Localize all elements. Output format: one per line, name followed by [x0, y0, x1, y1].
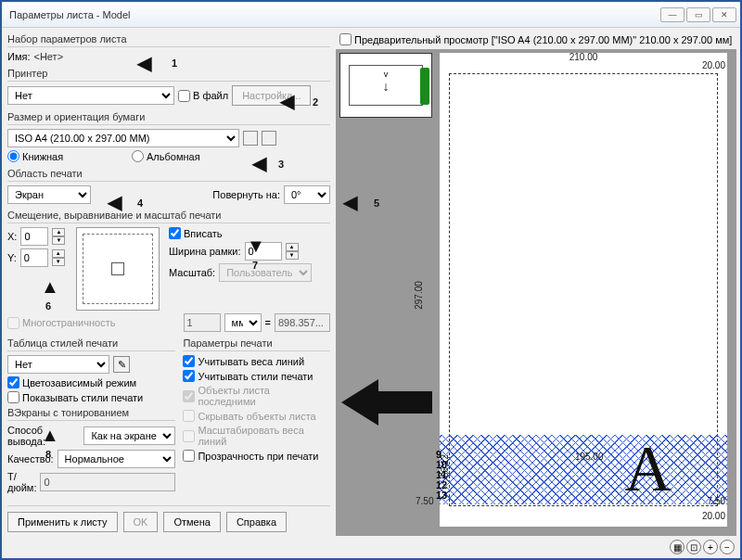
- dim-m-right: 7.50: [708, 496, 725, 506]
- settings-panel: Набор параметров листа Имя: <Нет> Принте…: [2, 28, 336, 558]
- y-label: Y:: [7, 252, 17, 263]
- landscape-radio[interactable]: Альбомная: [132, 150, 200, 162]
- preview-checkbox[interactable]: Предварительный просмотр ["ISO A4 (210.0…: [339, 33, 732, 45]
- y-spinner[interactable]: ▲▼: [52, 249, 65, 266]
- print-options-group: Параметры печати Учитывать веса линий Уч…: [183, 337, 330, 496]
- status-icon-zoom-in[interactable]: +: [703, 540, 718, 554]
- help-button[interactable]: Справка: [226, 512, 287, 532]
- paper-group: Размер и ориентация бумаги ISO A4 (210.0…: [7, 111, 330, 162]
- printer-group: Принтер Нет В файл Настройка...: [7, 68, 330, 106]
- to-file-checkbox[interactable]: В файл: [178, 90, 228, 102]
- scale-result: [275, 313, 330, 332]
- unit-value-input[interactable]: [184, 313, 221, 332]
- offset-title: Смещение, выравнивание и масштаб печати: [7, 210, 330, 223]
- offset-group: Смещение, выравнивание и масштаб печати …: [7, 210, 330, 332]
- color-dep-checkbox[interactable]: Цветозависимый режим: [7, 376, 136, 388]
- unit-select[interactable]: мм: [224, 313, 262, 332]
- plot-styles-checkbox[interactable]: Учитывать стили печати: [183, 370, 313, 382]
- print-region: [440, 435, 727, 504]
- x-spinner[interactable]: ▲▼: [52, 228, 65, 245]
- show-styles-checkbox[interactable]: Показывать стили печати: [7, 391, 143, 403]
- printer-select[interactable]: Нет: [7, 86, 174, 105]
- page-set-group: Набор параметров листа Имя: <Нет>: [7, 33, 330, 62]
- plot-styles-group: Таблица стилей печати Нет ✎ Цветозависим…: [7, 337, 175, 496]
- render-select[interactable]: Как на экране: [83, 426, 175, 445]
- plotter-icon: v ↓: [339, 53, 432, 118]
- name-label: Имя:: [7, 51, 30, 62]
- edit-style-icon[interactable]: ✎: [113, 356, 130, 373]
- page-preview: 210.00 20.00 297.00 A 195.00 66.12 7.50 …: [440, 53, 727, 527]
- dim-m-top: 20.00: [702, 60, 725, 70]
- printer-settings-button[interactable]: Настройка...: [232, 85, 311, 106]
- dim-width: 210.00: [569, 52, 598, 62]
- dim-m-bottom: 20.00: [702, 511, 725, 521]
- render-label: Способ вывода:: [7, 425, 80, 447]
- print-opts-title: Параметры печати: [183, 337, 330, 351]
- paper-icon-2[interactable]: [262, 131, 276, 146]
- close-button[interactable]: ✕: [712, 7, 736, 22]
- page-set-title: Набор параметров листа: [7, 33, 330, 47]
- y-input[interactable]: [20, 248, 48, 267]
- multipage-checkbox[interactable]: Многостраничность: [7, 317, 115, 329]
- plot-styles-title: Таблица стилей печати: [7, 337, 175, 351]
- row-numbers: 910111213: [436, 450, 447, 501]
- name-value: <Нет>: [33, 51, 63, 62]
- glyph-a: A: [624, 432, 672, 506]
- fit-checkbox[interactable]: Вписать: [169, 227, 223, 239]
- printer-title: Принтер: [7, 68, 330, 82]
- shade-title: ВЭкраны с тонированием: [7, 407, 175, 421]
- frame-input[interactable]: [245, 242, 282, 261]
- status-icons: ▦ ⊡ + −: [336, 536, 736, 554]
- print-area-group: Область печати Экран Повернуть на: 0°: [7, 168, 330, 204]
- dim-m-left: 7.50: [416, 496, 433, 506]
- alignment-grid[interactable]: [76, 227, 160, 311]
- portrait-radio[interactable]: Книжная: [7, 150, 128, 162]
- dim-print-w: 195.00: [575, 452, 604, 462]
- minimize-button[interactable]: —: [660, 7, 684, 22]
- apply-button[interactable]: Применить к листу: [7, 512, 118, 532]
- scale-select[interactable]: Пользовательски: [219, 263, 312, 282]
- status-icon-grid[interactable]: ▦: [670, 540, 684, 554]
- quality-label: Качество:: [7, 453, 54, 465]
- dpi-label: Т/дюйм:: [7, 471, 36, 493]
- cancel-button[interactable]: Отмена: [163, 512, 220, 532]
- objs-last-checkbox: Объекты листа последними: [183, 385, 330, 407]
- print-area-title: Область печати: [7, 168, 330, 182]
- status-icon-zoom-out[interactable]: −: [720, 540, 735, 554]
- paper-size-select[interactable]: ISO A4 (210.00 x 297.00 MM): [7, 129, 239, 147]
- hide-objs-checkbox: Скрывать объекты листа: [183, 410, 315, 422]
- print-area-select[interactable]: Экран: [7, 185, 91, 204]
- x-input[interactable]: [20, 227, 48, 246]
- paper-icon-1[interactable]: [243, 131, 258, 146]
- window-title: Параметры листа - Model: [6, 9, 660, 20]
- dim-height: 297.00: [414, 281, 424, 310]
- dpi-input[interactable]: [40, 473, 175, 491]
- line-weights-checkbox[interactable]: Учитывать веса линий: [183, 355, 304, 367]
- maximize-button[interactable]: ▭: [686, 7, 710, 22]
- plot-style-select[interactable]: Нет: [7, 355, 109, 374]
- transparency-checkbox[interactable]: Прозрачность при печати: [183, 450, 318, 462]
- frame-spinner[interactable]: ▲▼: [286, 243, 299, 260]
- rotate-label: Повернуть на:: [212, 189, 280, 200]
- frame-label: Ширина рамки:: [169, 246, 241, 257]
- preview-area: v ↓ 210.00 20.00 297.00 A 195.00 66.12 7…: [336, 49, 736, 536]
- rotate-select[interactable]: 0°: [284, 185, 330, 204]
- x-label: X:: [7, 231, 17, 242]
- scale-label: Масштаб:: [169, 267, 215, 278]
- paper-title: Размер и ориентация бумаги: [7, 111, 330, 125]
- scale-weights-checkbox: Масштабировать веса линий: [183, 425, 330, 447]
- ok-button[interactable]: OK: [123, 512, 159, 532]
- titlebar: Параметры листа - Model — ▭ ✕: [2, 2, 740, 28]
- quality-select[interactable]: Нормальное: [58, 450, 176, 468]
- status-icon-fit[interactable]: ⊡: [686, 540, 701, 554]
